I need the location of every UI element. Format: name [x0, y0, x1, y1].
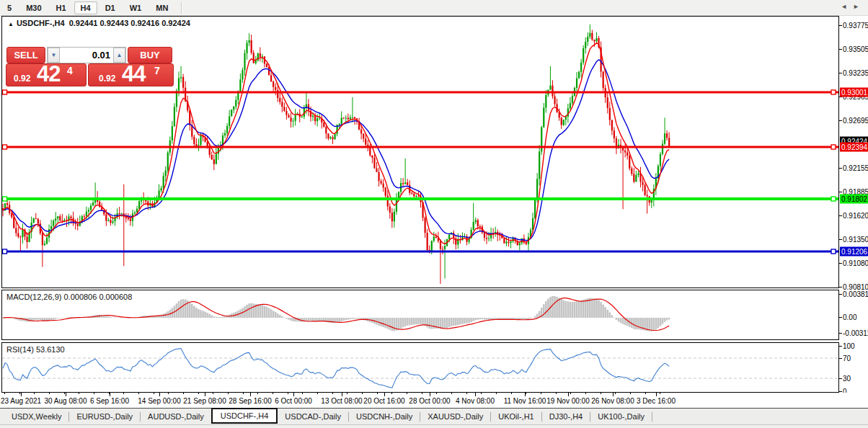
chart-tab-ukoil-h1[interactable]: UKOil-,H1	[491, 410, 541, 423]
macd-axis-tick	[839, 317, 842, 318]
chart-tab-bar: USDX,WeeklyEURUSD-,DailyAUDUSD-,DailyUSD…	[0, 408, 868, 424]
macd-label: MACD(12,26,9) 0.000806 0.000608	[6, 293, 132, 301]
date-major-tick	[159, 393, 160, 396]
date-major-tick	[656, 393, 657, 396]
date-minor-tick	[391, 393, 392, 394]
date-minor-tick	[556, 393, 557, 394]
price-axis-tick	[839, 73, 842, 73]
timeframe-button-d1[interactable]: D1	[99, 1, 122, 14]
chart-tab-xauusd-daily[interactable]: XAUUSD-,Daily	[420, 410, 490, 423]
date-minor-tick	[422, 393, 422, 394]
price-badge: 0.92394	[840, 143, 868, 152]
price-badge: 0.93001	[840, 88, 868, 97]
timeframe-button-w1[interactable]: W1	[123, 1, 149, 14]
date-major-tick	[568, 393, 569, 396]
date-minor-tick	[123, 393, 124, 394]
chart-title: ▲USDCHF-,H4 0.92441 0.92443 0.92416 0.92…	[8, 19, 190, 27]
toolbar-separator	[181, 2, 182, 14]
rsi-indicator-pane[interactable]: RSI(14) 53.6130	[1, 342, 839, 393]
volume-decrease-button[interactable]: ▼	[48, 48, 60, 63]
sell-price-prefix: 0.92	[14, 73, 30, 84]
macd-indicator-pane[interactable]: MACD(12,26,9) 0.000806 0.000608	[1, 290, 839, 340]
date-minor-tick	[436, 393, 437, 394]
timeframe-button-mn[interactable]: MN	[149, 1, 174, 14]
chart-tab-audusd-daily[interactable]: AUDUSD-,Daily	[141, 410, 211, 423]
price-badge: 0.91802	[840, 195, 868, 204]
date-minor-tick	[302, 393, 303, 394]
macd-axis-label: 0.00	[843, 313, 856, 321]
price-axis-tick	[839, 192, 842, 192]
price-axis-label: 0.91620	[843, 212, 868, 220]
sell-price-display[interactable]: 0.92 42 4	[6, 63, 87, 86]
price-axis-label: 0.91080	[843, 259, 868, 267]
rsi-axis-tick	[839, 358, 842, 359]
chart-tab-uk100-daily[interactable]: UK100-,Daily	[590, 410, 652, 423]
price-axis-tick	[839, 49, 842, 50]
date-minor-tick	[94, 393, 94, 394]
date-axis-label: 23 Aug 2021	[1, 397, 41, 405]
tab-scroll-left-icon[interactable]: ◄	[841, 3, 853, 10]
date-minor-tick	[451, 393, 452, 394]
rsi-axis-tick	[839, 346, 842, 347]
tab-scroll-right-icon[interactable]: ►	[853, 3, 865, 10]
date-minor-tick	[615, 393, 616, 394]
date-major-tick	[384, 393, 385, 396]
date-major-tick	[250, 393, 251, 396]
date-minor-tick	[19, 393, 20, 394]
tab-scroll-arrows: ◄►	[841, 3, 865, 10]
date-axis-label: 6 Sep 16:00	[90, 397, 129, 405]
date-minor-tick	[332, 393, 333, 394]
main-chart-pane[interactable]: ▲USDCHF-,H4 0.92441 0.92443 0.92416 0.92…	[1, 16, 839, 288]
timeframe-button-h1[interactable]: H1	[50, 1, 73, 14]
date-minor-tick	[645, 393, 646, 394]
date-major-tick	[525, 393, 526, 396]
macd-axis-label: 0.003811	[843, 290, 868, 298]
timeframe-button-5[interactable]: 5	[1, 1, 18, 14]
price-axis-label: 0.93235	[843, 69, 868, 77]
date-minor-tick	[64, 393, 65, 394]
date-minor-tick	[407, 393, 407, 394]
date-minor-tick	[228, 393, 229, 394]
date-minor-tick	[138, 393, 139, 394]
volume-input[interactable]	[60, 48, 113, 63]
macd-axis-tick	[839, 294, 842, 295]
volume-increase-button[interactable]: ▲	[113, 48, 125, 63]
buy-price-display[interactable]: 0.92 44 7	[88, 63, 174, 86]
chart-ohlc-values: 0.92441 0.92443 0.92416 0.92424	[69, 19, 190, 27]
chart-tab-usdcad-daily[interactable]: USDCAD-,Daily	[278, 410, 348, 423]
macd-axis-tick	[839, 333, 842, 334]
date-axis-label: 30 Aug 08:00	[45, 397, 87, 405]
timeframe-button-h4[interactable]: H4	[74, 1, 97, 14]
price-axis-label: 0.93505	[843, 45, 868, 53]
buy-price-pip: 7	[154, 65, 160, 76]
date-major-tick	[66, 393, 66, 396]
date-minor-tick	[49, 393, 50, 394]
date-major-tick	[110, 393, 110, 396]
chart-tab-usdcnh-daily[interactable]: USDCNH-,Daily	[349, 410, 420, 423]
chart-tab-usdchf-h4[interactable]: USDCHF-,H4	[211, 408, 278, 424]
timeframe-button-m30[interactable]: M30	[19, 1, 48, 14]
date-axis-label: 28 Sep 16:00	[229, 397, 272, 405]
date-minor-tick	[466, 393, 467, 394]
date-minor-tick	[288, 393, 288, 394]
date-minor-tick	[660, 393, 660, 394]
chart-tab-dj30-h4[interactable]: DJ30-,H4	[542, 410, 590, 423]
sell-price-pip: 4	[67, 65, 73, 76]
date-axis-label: 4 Nov 08:00	[456, 397, 495, 405]
date-major-tick	[430, 393, 430, 396]
price-axis-tick	[839, 287, 842, 287]
trading-platform-window: 5M30H1H4D1W1MN ▲USDCHF-,H4 0.92441 0.924…	[0, 0, 868, 428]
rsi-axis-label: 30	[843, 375, 851, 383]
date-axis-label: 19 Nov 00:00	[546, 397, 590, 405]
date-minor-tick	[377, 393, 378, 394]
collapse-triangle-icon[interactable]: ▲	[8, 21, 14, 27]
date-minor-tick	[183, 393, 184, 394]
date-minor-tick	[585, 393, 586, 394]
date-minor-tick	[511, 393, 512, 394]
chart-tab-usdx-weekly[interactable]: USDX,Weekly	[4, 410, 68, 423]
price-axis-label: 0.92155	[843, 164, 868, 172]
date-axis-label: 11 Nov 16:00	[504, 397, 546, 405]
date-major-tick	[475, 393, 476, 396]
date-minor-tick	[630, 393, 631, 394]
chart-tab-eurusd-daily[interactable]: EURUSD-,Daily	[69, 410, 140, 423]
